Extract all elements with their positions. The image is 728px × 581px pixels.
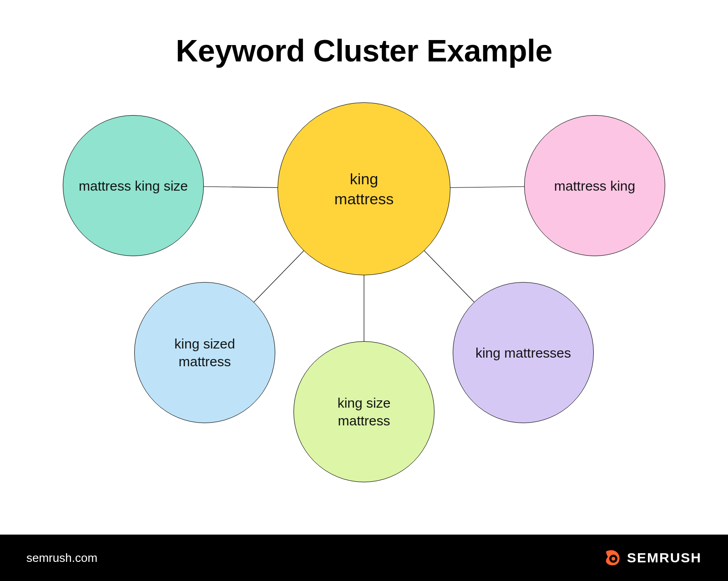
footer-bar: semrush.com SEMRUSH [0,535,728,581]
satellite-node-mattress-king: mattress king [524,115,665,256]
node-label: king size mattress [338,394,391,429]
node-label: king mattresses [475,344,571,362]
satellite-node-king-sized-mattress: king sized mattress [134,282,275,423]
satellite-node-king-size-mattress: king size mattress [293,341,435,482]
footer-url: semrush.com [26,551,97,565]
node-label: mattress king size [79,177,188,195]
brand-name: SEMRUSH [627,550,702,566]
node-label: king mattress [334,169,394,209]
satellite-node-mattress-king-size: mattress king size [63,115,204,256]
semrush-fireball-icon [603,549,622,567]
svg-point-6 [612,557,615,561]
footer-brand: SEMRUSH [603,549,702,567]
node-label: mattress king [554,177,635,195]
node-label: king sized mattress [174,335,235,370]
center-node: king mattress [278,102,450,275]
satellite-node-king-mattresses: king mattresses [453,282,594,423]
